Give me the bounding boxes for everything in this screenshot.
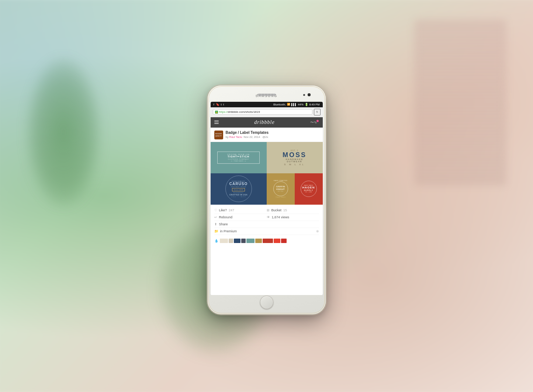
hamburger-icon[interactable] <box>214 121 219 124</box>
status-right-icons: Bluetooth; 📶 ▌▌▌ 44% 🔋 8:49 PM <box>273 103 320 106</box>
https-lock-icon: 🔒 <box>215 111 218 114</box>
share-icon: ⬆ <box>214 222 217 226</box>
tab-count[interactable]: 5 <box>314 109 321 115</box>
time-display: 8:49 PM <box>309 103 320 106</box>
bookmark-icon: 🔖 <box>216 103 219 106</box>
hamburger-line-3 <box>214 123 219 124</box>
swatch-4 <box>241 239 246 243</box>
rebound-label: Rebound <box>219 215 233 219</box>
phone-wrapper: SAMSUNG f 🔖 t t Bluetooth; 📶 <box>208 86 326 314</box>
like-count: 247 <box>229 208 234 212</box>
swatch-3 <box>234 239 240 243</box>
share-row[interactable]: ⬆ Share <box>214 221 319 228</box>
nav-right-icons: 〜∿ <box>310 120 319 125</box>
swatch-8 <box>274 239 280 243</box>
rebound-action[interactable]: ↩ Rebound <box>214 215 267 219</box>
cell-caruso: GOOD QUALITY CARUSO HERITAGE DENIM Since… <box>211 173 267 205</box>
cell-moss: EST. 2 MOSS HANDMADE OUTWEAR S M L XL <box>267 142 323 173</box>
shot-date: Nov 22, 2014 @2x <box>243 135 269 139</box>
cell-griffin: HAND CRAFTED GRIFFINKNIGHT EST 1920 TRAD… <box>267 173 295 205</box>
hamburger-line-2 <box>214 122 219 123</box>
home-button[interactable] <box>260 296 273 309</box>
front-camera-icon <box>308 93 311 96</box>
fb-icon: f <box>214 103 214 106</box>
shot-info: Badge / Label Templates by Raul Taciu No… <box>226 131 319 139</box>
front-sensor-icon <box>303 94 305 96</box>
url-protocol: https:// <box>219 110 228 114</box>
folder-icon: 📁 <box>214 229 218 233</box>
in-premium-row[interactable]: 📁 in Premium ⊗ <box>214 228 319 235</box>
bucket-icon: ⊞ <box>267 208 270 212</box>
phone-top-bar: SAMSUNG <box>210 90 323 102</box>
battery-icon: 🔋 <box>305 103 308 106</box>
badge-moss: EST. 2 MOSS HANDMADE OUTWEAR S M L XL <box>267 142 323 173</box>
swatch-1 <box>220 239 228 243</box>
by-label: by <box>226 135 229 139</box>
bucket-action[interactable]: ⊞ Bucket 15 <box>267 208 319 212</box>
dribbble-logo[interactable]: dribbble <box>254 119 274 125</box>
swatch-9 <box>281 239 287 243</box>
eye-icon: 👁 <box>267 215 270 219</box>
scene: SAMSUNG f 🔖 t t Bluetooth; 📶 <box>0 0 533 392</box>
phone-shell: SAMSUNG f 🔖 t t Bluetooth; 📶 <box>208 86 326 314</box>
battery-percent: 44% <box>298 103 304 106</box>
cell-hagen: HAND MADE HAGEN SUPPLY CO. 1904 <box>295 173 323 205</box>
swatch-7 <box>263 239 273 243</box>
share-action[interactable]: ⬆ Share <box>214 222 319 226</box>
bluetooth-icon: Bluetooth; <box>273 103 286 106</box>
rebound-icon: ↩ <box>214 215 217 219</box>
cell-right-bottom: HAND CRAFTED GRIFFINKNIGHT EST 1920 TRAD… <box>267 173 323 205</box>
views-action: 👁 1,674 views <box>267 215 319 219</box>
shot-title: Badge / Label Templates <box>226 131 319 135</box>
twitter-icon-2: t <box>223 103 224 106</box>
like-bucket-row: ♡ Like? 247 ⊞ Bucket 15 <box>214 207 319 214</box>
wave-icon[interactable]: 〜∿ <box>310 120 317 125</box>
views-label: 1,674 views <box>272 215 290 219</box>
swatch-6 <box>255 239 262 243</box>
heart-icon: ♡ <box>214 208 217 212</box>
signal-icon: ▌▌▌ <box>291 103 297 106</box>
badge-caruso: GOOD QUALITY CARUSO HERITAGE DENIM Since… <box>211 173 267 205</box>
url-input[interactable]: 🔒 https://dribbble.com/shots/1819 <box>213 109 312 115</box>
swatch-2 <box>229 239 233 243</box>
avatar: RUGGEDQUALITY <box>214 131 223 139</box>
twitter-icon-1: t <box>221 103 222 106</box>
swatch-5 <box>246 239 255 243</box>
cell-tight-stich: ORIGINAL DENIM USA TIGHT✂STICH CLOTHING … <box>211 142 267 173</box>
bucket-label: Bucket <box>271 208 282 212</box>
like-label: Like? <box>219 208 227 212</box>
rebound-views-row: ↩ Rebound 👁 1,674 views <box>214 214 319 221</box>
shot-image-grid: ORIGINAL DENIM USA TIGHT✂STICH CLOTHING … <box>211 142 323 205</box>
bucket-count: 15 <box>283 208 287 212</box>
status-left-icons: f 🔖 t t <box>214 103 224 106</box>
content-area: RUGGEDQUALITY Badge / Label Templates by… <box>211 128 323 295</box>
shot-header: RUGGEDQUALITY Badge / Label Templates by… <box>211 128 323 142</box>
notification-dot <box>316 120 319 122</box>
author-link[interactable]: Raul Taciu <box>229 135 242 139</box>
like-action[interactable]: ♡ Like? 247 <box>214 208 267 212</box>
url-domain: dribbble.com/shots/1819 <box>228 110 260 114</box>
speaker-grill <box>257 94 276 96</box>
shot-meta: by Raul Taciu Nov 22, 2014 @2x <box>226 135 319 139</box>
actions-area: ♡ Like? 247 ⊞ Bucket 15 <box>211 205 323 237</box>
url-text: https://dribbble.com/shots/1819 <box>219 110 260 114</box>
share-label: Share <box>219 222 228 226</box>
in-premium-label: in Premium <box>220 229 316 233</box>
avatar-inner: RUGGEDQUALITY <box>215 133 222 136</box>
url-bar[interactable]: 🔒 https://dribbble.com/shots/1819 5 <box>211 107 323 117</box>
wifi-icon: 📶 <box>287 103 290 106</box>
close-icon[interactable]: ⊗ <box>316 229 319 233</box>
dribbble-nav: dribbble 〜∿ <box>211 117 323 128</box>
badge-tight-stich: ORIGINAL DENIM USA TIGHT✂STICH CLOTHING … <box>211 142 267 173</box>
phone-screen: f 🔖 t t Bluetooth; 📶 ▌▌▌ 44% 🔋 8:49 PM <box>211 102 323 295</box>
palette-drop-icon: 💧 <box>214 239 218 243</box>
phone-bottom-bar <box>210 295 323 310</box>
status-bar: f 🔖 t t Bluetooth; 📶 ▌▌▌ 44% 🔋 8:49 PM <box>211 102 323 107</box>
color-palette: 💧 <box>211 237 323 244</box>
hamburger-line-1 <box>214 121 219 121</box>
